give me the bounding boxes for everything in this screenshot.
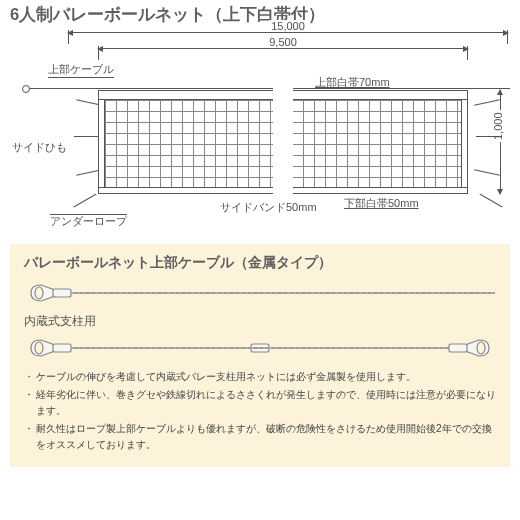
cable-illustration-1	[24, 278, 496, 308]
net-side-band-left	[98, 99, 105, 188]
dim-overall-width: 15,000	[68, 32, 508, 33]
svg-point-4	[35, 342, 43, 354]
cable-note: 経年劣化に伴い、巻きグセや鉄線切れによるささくれが発生しますので、使用時には注意…	[24, 387, 496, 418]
dim-net-width-label: 9,500	[267, 36, 299, 48]
net-diagram: 15,000 9,500 上部ケーブル サイドひも アンダーロープ 上部白帯70…	[10, 28, 510, 238]
net-frame	[98, 90, 468, 194]
cable-illustration-2	[24, 333, 496, 363]
label-upper-cable: 上部ケーブル	[48, 62, 114, 78]
cable-notes-list: ケーブルの伸びを考慮して内蔵式バレー支柱用ネットには必ず金属製を使用します。 経…	[24, 369, 496, 452]
svg-point-0	[35, 287, 43, 299]
cable-note: ケーブルの伸びを考慮して内蔵式バレー支柱用ネットには必ず金属製を使用します。	[24, 369, 496, 384]
svg-point-6	[477, 342, 485, 354]
top-cable-line	[26, 88, 510, 89]
net-assembly	[68, 88, 508, 212]
cable-sublabel: 内蔵式支柱用	[24, 314, 496, 329]
svg-rect-1	[53, 289, 71, 297]
net-side-band-right	[461, 99, 468, 188]
label-side-himo: サイドひも	[12, 140, 67, 155]
svg-rect-7	[449, 344, 467, 352]
page-title: 6人制バレーボールネット（上下白帯付）	[10, 4, 510, 26]
net-mesh	[105, 100, 461, 187]
cable-info-panel: バレーボールネット上部ケーブル（金属タイプ） 内蔵式支柱用	[10, 244, 510, 467]
label-under-rope: アンダーロープ	[50, 214, 127, 229]
svg-rect-5	[53, 344, 71, 352]
dim-net-width: 9,500	[98, 48, 468, 49]
dim-overall-width-label: 15,000	[269, 20, 307, 32]
cable-info-title: バレーボールネット上部ケーブル（金属タイプ）	[24, 254, 496, 272]
cable-note: 耐久性はロープ製上部ケーブルよりも優れますが、破断の危険性をさけるため使用開始後…	[24, 421, 496, 452]
